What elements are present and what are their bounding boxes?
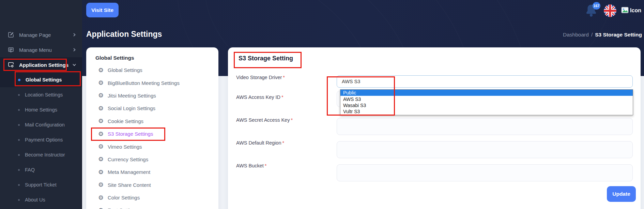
sidebar-subitem-label: Home Settings (25, 107, 57, 113)
sidebar-subitem-label: Become Instructor (25, 152, 65, 158)
sidebar: Manage Page Manage Menu (0, 0, 82, 209)
menu-list-icon (7, 46, 14, 53)
required-marker: * (282, 140, 284, 146)
sidebar-subitem-become-instructor[interactable]: Become Instructor (0, 147, 82, 162)
bullet-icon (18, 124, 20, 126)
settings-nav-item-meta[interactable]: ⚙ Meta Management (86, 166, 218, 178)
sidebar-item-manage-page[interactable]: Manage Page (0, 27, 82, 42)
sidebar-subitem-mail-configuration[interactable]: Mail Configuration (0, 117, 82, 132)
settings-nav-label: Vimeo Settings (108, 144, 142, 150)
app-settings-icon (7, 61, 14, 68)
sidebar-subitem-payment-options[interactable]: Payment Options (0, 132, 82, 147)
settings-nav-label: Font Settings (108, 207, 138, 209)
aws-bucket-input[interactable] (337, 164, 633, 181)
required-marker: * (281, 94, 283, 100)
gear-icon: ⚙ (98, 156, 107, 162)
video-storage-driver-select[interactable]: AWS S3 (337, 75, 633, 88)
bullet-icon (18, 94, 20, 96)
sidebar-subitem-faq[interactable]: FAQ (0, 162, 82, 177)
gear-icon: ⚙ (98, 207, 107, 209)
sidebar-subitem-label: About Us (25, 197, 45, 203)
bullet-icon (18, 184, 20, 186)
topbar-icons: 167 (583, 2, 641, 19)
s3-form-card: S3 Storage Setting Video Storage Driver*… (228, 47, 641, 209)
gear-icon: ⚙ (98, 92, 107, 99)
notifications-button[interactable]: 167 (583, 3, 599, 18)
sidebar-subitem-about-us[interactable]: About Us (0, 192, 82, 207)
sidebar-subitem-label: FAQ (25, 167, 35, 173)
bullet-icon (18, 79, 20, 81)
settings-nav-item-font[interactable]: ⚙ Font Settings (86, 204, 218, 209)
bullet-icon (18, 154, 20, 156)
field-label-aws-secret-access-key: AWS Secret Access Key* (236, 117, 293, 123)
site-logo-button[interactable]: Icon (621, 7, 641, 15)
field-label-aws-access-key-id: AWS Access Key ID* (236, 94, 283, 100)
settings-nav-item-global-settings[interactable]: ⚙ Global Settings (86, 64, 218, 76)
settings-nav-item-cookie[interactable]: ⚙ Cookie Settings (86, 115, 218, 128)
settings-nav-item-jitsi[interactable]: ⚙ Jitsi Meeting Settings (86, 89, 218, 102)
settings-nav-card: Global Settings ⚙ Global Settings ⚙ BigB… (86, 47, 218, 209)
page-title: Application Settings (86, 30, 162, 39)
sidebar-subitem-global-settings[interactable]: Global Settings (0, 72, 82, 87)
broken-image-alt-text: Icon (630, 8, 641, 14)
breadcrumb: Dashboard/S3 Storage Setting (563, 32, 642, 38)
settings-nav-item-bigbluebutton[interactable]: ⚙ BigBlueButton Meeting Settings (86, 76, 218, 89)
settings-nav-item-color[interactable]: ⚙ Color Settings (86, 191, 218, 204)
settings-nav-label: BigBlueButton Meeting Settings (108, 80, 180, 86)
storage-driver-dropdown: Public AWS S3 Wasabi S3 Vultr S3 (340, 89, 633, 115)
gear-icon: ⚙ (98, 80, 107, 86)
settings-nav-item-site-share[interactable]: ⚙ Site Share Content (86, 179, 218, 191)
visit-site-button[interactable]: Visit Site (86, 3, 119, 17)
settings-nav-label: Meta Management (108, 169, 150, 175)
dropdown-option-vultr-s3[interactable]: Vultr S3 (340, 108, 633, 115)
dropdown-option-public[interactable]: Public (340, 90, 633, 96)
sidebar-subitem-home-settings[interactable]: Home Settings (0, 102, 82, 117)
required-marker: * (291, 117, 293, 123)
field-label-aws-bucket: AWS Bucket* (236, 163, 267, 168)
field-label-video-storage-driver: Video Storage Driver* (236, 75, 285, 80)
dropdown-option-wasabi-s3[interactable]: Wasabi S3 (340, 102, 633, 108)
gear-icon: ⚙ (98, 182, 107, 188)
bell-icon (583, 14, 599, 19)
settings-nav-item-currency[interactable]: ⚙ Currency Settings (86, 153, 218, 166)
update-button[interactable]: Update (607, 186, 636, 202)
bullet-icon (18, 109, 20, 111)
sidebar-item-label: Application Settings (19, 62, 68, 68)
sidebar-item-label: Manage Menu (19, 47, 52, 53)
gear-icon: ⚙ (98, 195, 107, 201)
field-label-aws-default-region: AWS Default Region* (236, 140, 284, 146)
language-flag-button[interactable] (604, 4, 616, 17)
sidebar-item-manage-menu[interactable]: Manage Menu (0, 42, 82, 57)
sidebar-subitem-label: Location Settings (25, 92, 63, 98)
gear-icon: ⚙ (98, 118, 107, 124)
settings-nav-item-vimeo[interactable]: ⚙ Vimeo Settings (86, 140, 218, 153)
settings-nav-item-social-login[interactable]: ⚙ Social Login Settings (86, 102, 218, 115)
breadcrumb-dashboard-link[interactable]: Dashboard (563, 32, 589, 38)
aws-secret-access-key-input[interactable] (337, 118, 633, 135)
settings-nav-label: Currency Settings (108, 156, 148, 162)
gear-icon: ⚙ (98, 105, 107, 111)
select-current-value: AWS S3 (342, 79, 360, 84)
uk-flag-icon (604, 12, 616, 17)
broken-image-icon (621, 7, 629, 15)
sidebar-subitem-location-settings[interactable]: Location Settings (0, 87, 82, 102)
dropdown-option-aws-s3[interactable]: AWS S3 (340, 96, 633, 102)
bullet-icon (18, 199, 20, 201)
required-marker: * (283, 75, 285, 80)
breadcrumb-separator: / (591, 32, 593, 38)
settings-nav-title: Global Settings (86, 47, 218, 64)
sidebar-subitem-support-ticket[interactable]: Support Ticket (0, 177, 82, 192)
settings-nav-item-s3-storage[interactable]: ⚙ S3 Storage Settings (86, 128, 218, 140)
settings-nav-label: Social Login Settings (108, 105, 155, 111)
admin-page: Visit Site Application Settings Dashboar… (0, 0, 644, 209)
settings-nav-label: Cookie Settings (108, 118, 143, 124)
aws-default-region-input[interactable] (337, 141, 633, 158)
settings-nav-label: Global Settings (108, 67, 142, 73)
settings-nav-label: S3 Storage Settings (108, 131, 153, 137)
notification-count-badge: 167 (593, 2, 601, 10)
breadcrumb-current: S3 Storage Setting (595, 32, 642, 38)
settings-nav-label: Site Share Content (108, 182, 151, 188)
sidebar-subitem-label: Payment Options (25, 137, 63, 143)
sidebar-item-application-settings[interactable]: Application Settings (0, 57, 82, 72)
bullet-icon (18, 169, 20, 171)
